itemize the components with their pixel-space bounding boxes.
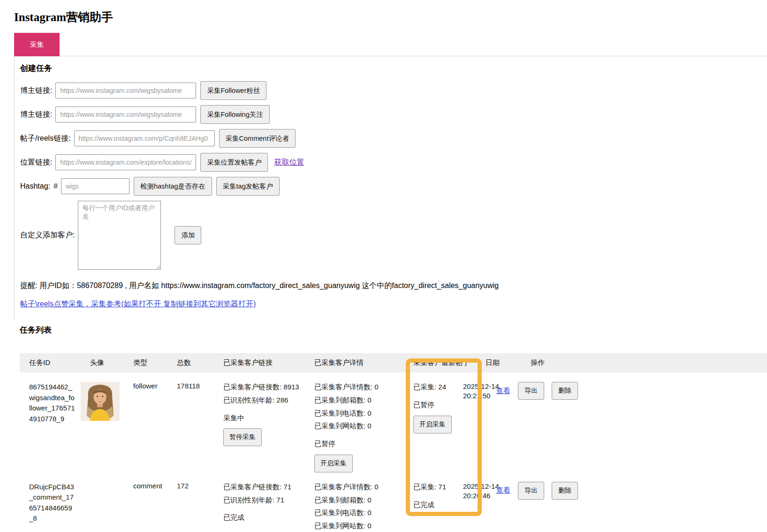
task-total: 172	[167, 472, 214, 532]
latest-posts-status: 已暂停	[413, 400, 473, 410]
check-hashtag-button[interactable]: 检测hashtag是否存在	[134, 177, 212, 196]
tab-collect[interactable]: 采集	[14, 33, 60, 56]
avatar	[81, 414, 120, 422]
links-count: 已采集客户链接数: 8913	[223, 382, 302, 392]
export-button[interactable]: 导出	[518, 482, 544, 500]
collect-follower-button[interactable]: 采集Follower粉丝	[200, 81, 266, 100]
table-row: 8675194462_wigsandtea_follower_176571491…	[20, 372, 767, 472]
details-count: 已采集客户详情数: 0	[314, 482, 401, 492]
start-collect-button[interactable]: 开启采集	[413, 416, 452, 433]
delete-button[interactable]: 删除	[552, 482, 578, 500]
view-link[interactable]: 查看	[496, 486, 510, 495]
blogger-link-follower-input[interactable]	[55, 83, 196, 99]
collect-comment-button[interactable]: 采集Comment评论者	[219, 129, 296, 148]
tab-bar: 采集	[14, 33, 767, 56]
col-task-id: 任务ID	[20, 353, 81, 372]
links-status: 采集中	[223, 413, 302, 423]
task-list-heading: 任务列表	[20, 325, 767, 335]
form-row-follower: 博主链接: 采集Follower粉丝	[20, 81, 767, 100]
pause-collect-button[interactable]: 暂停采集	[223, 428, 262, 446]
location-link-label: 位置链接:	[20, 158, 52, 167]
likes-collect-reference-link[interactable]: 帖子\reels点赞采集，采集参考(如果打不开 复制链接到其它浏览器打开)	[20, 299, 256, 309]
view-link[interactable]: 查看	[496, 387, 510, 395]
col-type: 类型	[124, 353, 167, 372]
start-collect-button[interactable]: 开启采集	[314, 455, 353, 472]
avatar-empty	[81, 472, 124, 532]
create-task-heading: 创建任务	[20, 63, 767, 74]
task-id: DRujcFpCB43_comment_1765714846659_8	[29, 482, 76, 524]
form-row-hashtag: Hashtag: # 检测hashtag是否存在 采集tag发帖客户	[20, 177, 767, 196]
post-reels-link-input[interactable]	[74, 130, 215, 146]
hashtag-input[interactable]	[61, 178, 129, 194]
gender-age-count: 已识别性别年龄: 286	[223, 395, 302, 405]
phone-count: 已采集到电话数: 0	[314, 408, 401, 418]
details-status: 已暂停	[314, 439, 401, 449]
task-type: comment	[124, 472, 167, 532]
custom-add-label: 自定义添加客户:	[20, 230, 75, 240]
col-collected-links: 已采集客户链接	[214, 353, 305, 372]
hashtag-label: Hashtag:	[20, 182, 50, 190]
email-count: 已采集到邮箱数: 0	[314, 495, 401, 505]
page-title: Instagram营销助手	[14, 9, 767, 25]
collect-location-posters-button[interactable]: 采集位置发帖客户	[200, 153, 268, 172]
phone-count: 已采集到电话数: 0	[314, 508, 401, 518]
collect-following-button[interactable]: 采集Following关注	[200, 105, 269, 124]
blogger-link-label: 博主链接:	[20, 86, 52, 96]
table-row: DRujcFpCB43_comment_1765714846659_8 comm…	[20, 472, 767, 532]
website-count: 已采集到网站数: 0	[314, 421, 401, 431]
custom-users-textarea[interactable]	[78, 201, 161, 270]
col-date: 日期	[476, 353, 521, 372]
collect-tag-posters-button[interactable]: 采集tag发帖客户	[216, 177, 280, 196]
details-count: 已采集客户详情数: 0	[314, 382, 401, 392]
email-count: 已采集到邮箱数: 0	[314, 395, 401, 405]
form-row-custom-add: 自定义添加客户: 添加	[20, 201, 767, 270]
gender-age-count: 已识别性别年龄: 71	[223, 495, 302, 505]
task-table: 任务ID 头像 类型 总数 已采集客户链接 已采集客户详情 采集客户最新帖子 日…	[20, 353, 767, 532]
website-count: 已采集到网站数: 0	[314, 521, 401, 531]
links-count: 已采集客户链接数: 71	[223, 482, 302, 492]
get-location-link[interactable]: 获取位置	[274, 158, 304, 167]
location-link-input[interactable]	[55, 154, 196, 170]
post-reels-link-label: 帖子/reels链接:	[20, 134, 71, 144]
collect-tab-panel: 创建任务 博主链接: 采集Follower粉丝 博主链接: 采集Followin…	[14, 56, 767, 320]
task-id: 8675194462_wigsandtea_follower_176571491…	[29, 382, 76, 424]
delete-button[interactable]: 删除	[552, 382, 578, 400]
col-latest-posts: 采集客户最新帖子	[404, 353, 476, 372]
table-header-row: 任务ID 头像 类型 总数 已采集客户链接 已采集客户详情 采集客户最新帖子 日…	[20, 353, 767, 372]
col-operations: 操作	[521, 353, 767, 372]
form-row-post: 帖子/reels链接: 采集Comment评论者	[20, 129, 767, 148]
latest-posts-status: 已完成	[413, 500, 473, 510]
links-status: 已完成	[223, 512, 302, 523]
page: Instagram营销助手 采集 创建任务 博主链接: 采集Follower粉丝…	[0, 9, 767, 532]
add-button[interactable]: 添加	[175, 226, 201, 244]
task-type: follower	[124, 372, 167, 472]
form-row-following: 博主链接: 采集Following关注	[20, 105, 767, 124]
col-avatar: 头像	[81, 353, 124, 372]
hash-symbol: #	[53, 182, 58, 190]
export-button[interactable]: 导出	[518, 382, 544, 400]
col-collected-details: 已采集客户详情	[305, 353, 404, 372]
user-id-reminder: 提醒: 用户ID如：58670870289 , 用户名如 https://www…	[20, 281, 767, 291]
task-total: 178118	[167, 372, 214, 472]
form-row-location: 位置链接: 采集位置发帖客户 获取位置	[20, 153, 767, 172]
blogger-link-label: 博主链接:	[20, 110, 52, 120]
blogger-link-following-input[interactable]	[55, 106, 196, 122]
col-total: 总数	[167, 353, 214, 372]
